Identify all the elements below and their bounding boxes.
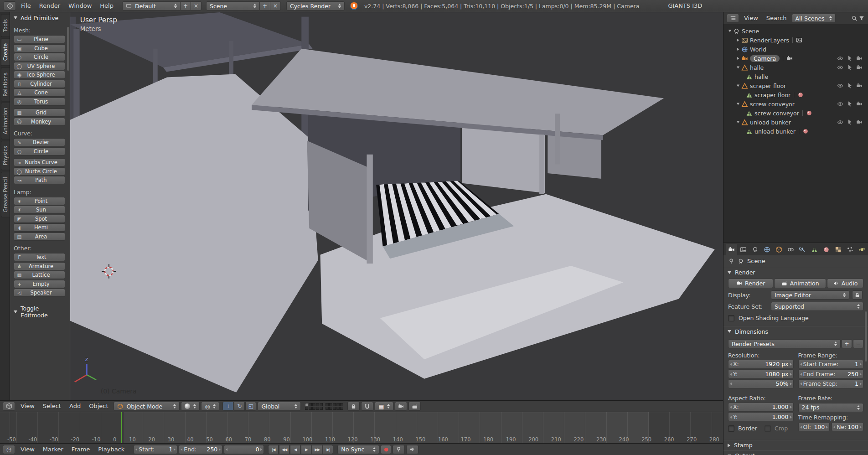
outliner-row-scraper-floor-data[interactable]: scraper floor [723, 90, 868, 99]
add-curve-button[interactable]: ↝ Path [14, 176, 65, 184]
render-button[interactable]: Render [728, 279, 773, 288]
add-curve-button[interactable]: ≈ Nurbs Curve [14, 158, 65, 166]
outliner-row-unload-bunker[interactable]: unload bunker [723, 118, 868, 127]
crop-checkbox[interactable] [765, 425, 771, 432]
aspect-ratio-field[interactable]: Y: 1.000 [728, 412, 794, 421]
hide-toggle-eye-icon[interactable] [837, 55, 843, 62]
viewport-shading-select[interactable] [181, 402, 200, 411]
add-other-button[interactable]: F Text [14, 253, 65, 261]
outliner-row-camera[interactable]: Camera [723, 54, 868, 63]
render-panel-header[interactable]: Render [723, 267, 868, 278]
add-primitive-panel-header[interactable]: Add Primitive [10, 12, 70, 23]
add-lamp-button[interactable]: ∗ Point [14, 197, 65, 205]
add-mesh-button[interactable]: ▦ Grid [14, 109, 65, 117]
tab-modifiers[interactable] [797, 244, 808, 255]
playback-button[interactable]: ◀◀ [279, 445, 289, 454]
menu-item[interactable]: Select [39, 401, 65, 412]
layer-toggle[interactable] [320, 403, 323, 406]
selectable-toggle-cursor-icon[interactable] [847, 55, 853, 62]
outliner-row-scene[interactable]: Scene [723, 26, 868, 36]
scale-manipulator-button[interactable]: ◱ [245, 402, 256, 411]
add-mesh-button[interactable]: ▯ Cylinder [14, 80, 65, 88]
outliner-row-screw-conveyor-data[interactable]: screw conveyor [723, 109, 868, 118]
layer-toggle[interactable] [336, 403, 340, 406]
tab-object-data[interactable] [809, 244, 820, 255]
frame-range-field[interactable]: Frame Step: 1 [798, 379, 864, 388]
sync-mode-select[interactable]: No Sync [337, 445, 379, 454]
outliner-row-renderlayers[interactable]: RenderLayers [723, 36, 868, 45]
layer-toggle[interactable] [340, 403, 343, 406]
outliner-row-halle[interactable]: halle [723, 63, 868, 72]
expand-icon[interactable] [735, 38, 741, 42]
tab-material[interactable] [821, 244, 832, 255]
expand-icon[interactable] [735, 66, 741, 69]
3d-viewport[interactable]: z User Persp Meters (0) Camera [70, 12, 723, 401]
layer-toggle[interactable] [333, 403, 336, 406]
lock-to-scene-button[interactable] [347, 402, 360, 411]
add-scene-button[interactable]: + [260, 1, 270, 10]
tool-shelf-tab[interactable]: Physics [1, 141, 10, 171]
tab-particles[interactable] [844, 244, 856, 255]
feature-set-select[interactable]: Supported [771, 302, 863, 311]
menu-item[interactable]: Object [85, 401, 112, 412]
time-remap-field[interactable]: Ol: 100 [798, 422, 830, 431]
giants-i3d-menu[interactable]: GIANTS I3D [664, 0, 706, 11]
selectable-toggle-cursor-icon[interactable] [847, 101, 853, 107]
start-frame-field[interactable]: Start: 1 [134, 445, 177, 454]
add-lamp-button[interactable]: ▤ Area [14, 233, 65, 241]
close-scene-button[interactable]: × [270, 1, 281, 10]
selectable-toggle-cursor-icon[interactable] [847, 119, 853, 125]
expand-icon[interactable] [735, 57, 741, 60]
editor-type-timeline-button[interactable]: ◷ [3, 445, 15, 454]
pivot-point-select[interactable]: ◎ [201, 402, 219, 411]
outliner-row-world[interactable]: World [723, 45, 868, 54]
tab-world[interactable] [761, 244, 773, 255]
render-presets-select[interactable]: Render Presets [728, 339, 841, 348]
selectable-toggle-cursor-icon[interactable] [847, 83, 853, 89]
playback-button[interactable]: ▶| [323, 445, 333, 454]
add-lamp-button[interactable]: ☀ Sun [14, 206, 65, 214]
tool-shelf-tab[interactable]: Animation [1, 103, 10, 140]
keying-set-button[interactable] [393, 445, 405, 454]
resolution-field[interactable]: X: 1920 px [728, 360, 794, 369]
tab-render-layers[interactable] [738, 244, 749, 255]
add-mesh-button[interactable]: ◯ UV Sphere [14, 62, 65, 70]
opengl-render-button[interactable] [395, 402, 407, 411]
expand-icon[interactable] [735, 47, 741, 51]
tab-texture[interactable] [832, 244, 844, 255]
render-toggle-camera-icon[interactable] [856, 55, 863, 62]
layer-toggle[interactable] [312, 403, 315, 406]
scene-select[interactable]: Scene [206, 1, 260, 10]
layer-toggle[interactable] [336, 407, 340, 410]
editor-type-info-button[interactable] [4, 1, 16, 10]
osl-checkbox[interactable] [728, 315, 734, 321]
expand-icon[interactable] [727, 30, 733, 32]
layer-toggle[interactable] [316, 407, 319, 410]
playback-button[interactable]: ◀ [290, 445, 300, 454]
pin-icon[interactable] [728, 258, 734, 264]
layer-toggle[interactable] [305, 403, 308, 406]
tab-scene[interactable] [749, 244, 761, 255]
hide-toggle-eye-icon[interactable] [837, 64, 843, 71]
hide-toggle-eye-icon[interactable] [837, 101, 843, 107]
tool-shelf-scrollbar[interactable] [67, 27, 69, 71]
frame-rate-select[interactable]: 24 fps [798, 403, 864, 412]
playback-button[interactable]: ▶▶ [312, 445, 322, 454]
display-select[interactable]: Image Editor [771, 290, 849, 300]
render-toggle-camera-icon[interactable] [856, 119, 863, 125]
frame-range-field[interactable]: Start Frame: 1 [798, 360, 864, 369]
tab-physics[interactable] [856, 244, 868, 255]
render-toggle-camera-icon[interactable] [856, 64, 863, 71]
add-mesh-button[interactable]: ▭ Plane [14, 35, 65, 43]
tool-shelf-tab[interactable]: Grease Pencil [1, 172, 10, 217]
add-lamp-button[interactable]: ◤ Spot [14, 215, 65, 223]
hide-toggle-eye-icon[interactable] [837, 119, 843, 125]
current-frame-field[interactable]: 0 [224, 445, 264, 454]
tab-render[interactable] [726, 244, 737, 255]
hide-toggle-eye-icon[interactable] [837, 83, 843, 89]
layer-toggle[interactable] [309, 403, 312, 406]
layer-toggle[interactable] [305, 407, 308, 410]
layer-toggle[interactable] [326, 403, 329, 406]
layer-toggle[interactable] [329, 407, 332, 410]
layer-toggle[interactable] [320, 407, 323, 410]
